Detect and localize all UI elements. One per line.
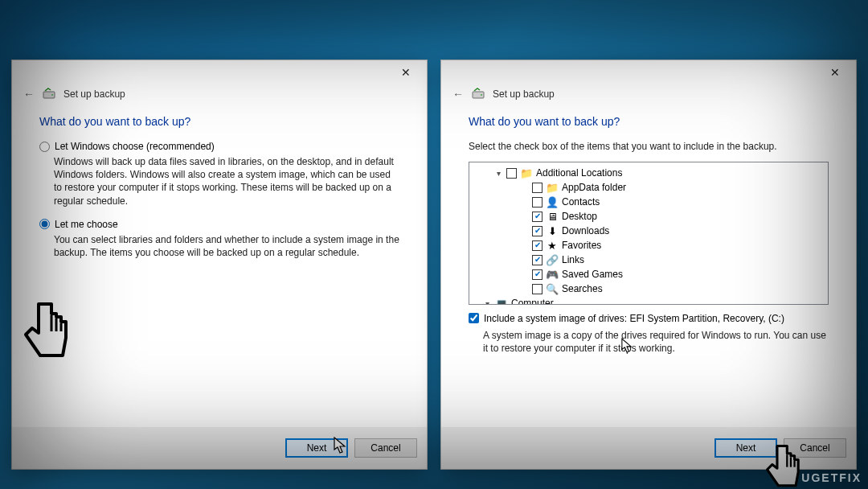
tree-node[interactable]: 📁AppData folder: [471, 180, 826, 195]
radio-let-me-choose[interactable]: [39, 219, 50, 229]
folder-icon: 🔗: [546, 253, 559, 266]
tree-node-label: Contacts: [562, 196, 600, 208]
system-image-label: Include a system image of drives: EFI Sy…: [484, 313, 784, 324]
checkbox-system-image[interactable]: [469, 313, 479, 323]
option-let-windows-choose[interactable]: Let Windows choose (recommended) Windows…: [39, 141, 399, 208]
tree-node[interactable]: ▾📁Additional Locations: [471, 166, 826, 180]
svg-point-3: [481, 94, 482, 96]
tree-checkbox[interactable]: [532, 255, 542, 265]
tree-node-label: Desktop: [562, 211, 597, 222]
backup-items-tree[interactable]: ▾📁Additional Locations📁AppData folder👤Co…: [469, 162, 829, 305]
tree-checkbox[interactable]: [506, 168, 517, 179]
instruction-text: Select the check box of the items that y…: [469, 141, 829, 152]
watermark: UGETFIX: [801, 471, 862, 484]
option-let-me-choose[interactable]: Let me choose You can select libraries a…: [39, 219, 399, 259]
tree-checkbox[interactable]: [532, 212, 542, 222]
svg-point-1: [51, 94, 53, 96]
next-button[interactable]: Next: [714, 438, 777, 458]
tree-node[interactable]: ⬇Downloads: [471, 224, 826, 238]
dialog-header: ← Set up backup: [12, 84, 427, 109]
tree-node[interactable]: 🔗Links: [471, 253, 826, 267]
tree-checkbox[interactable]: [532, 183, 542, 193]
tree-node[interactable]: ★Favorites: [471, 238, 826, 253]
close-button[interactable]: ✕: [817, 61, 853, 84]
expand-toggle-icon[interactable]: ▾: [493, 169, 503, 178]
tree-node[interactable]: 👤Contacts: [471, 195, 826, 209]
dialog-header: ← Set up backup: [441, 84, 856, 109]
folder-icon: 👤: [546, 195, 559, 208]
backup-drive-icon: [472, 88, 485, 101]
tree-node[interactable]: 🎮Saved Games: [471, 267, 826, 281]
option-desc: You can select libraries and folders and…: [54, 233, 399, 259]
cancel-button[interactable]: Cancel: [354, 438, 417, 458]
radio-let-windows-choose[interactable]: [39, 142, 50, 152]
tree-checkbox[interactable]: [532, 269, 542, 280]
tree-node-label: Computer: [511, 298, 554, 305]
cancel-button[interactable]: Cancel: [784, 438, 846, 458]
back-arrow-icon[interactable]: ←: [452, 88, 464, 101]
option-desc: Windows will back up data files saved in…: [54, 155, 399, 208]
heading: What do you want to back up?: [469, 115, 829, 128]
system-image-desc: A system image is a copy of the drives r…: [483, 329, 829, 355]
close-button[interactable]: ✕: [388, 61, 424, 84]
include-system-image[interactable]: Include a system image of drives: EFI Sy…: [469, 313, 829, 324]
folder-icon: 📁: [520, 166, 533, 179]
next-button[interactable]: Next: [285, 438, 348, 458]
titlebar: ✕: [12, 60, 427, 84]
tree-checkbox[interactable]: [532, 240, 542, 251]
tree-checkbox[interactable]: [532, 226, 542, 236]
option-label: Let me choose: [55, 219, 118, 230]
folder-icon: ⬇: [546, 224, 559, 237]
backup-dialog-select-items: ✕ ← Set up backup What do you want to ba…: [440, 60, 857, 470]
option-label: Let Windows choose (recommended): [55, 141, 215, 152]
dialog-footer: Next Cancel: [441, 427, 856, 469]
tree-checkbox[interactable]: [532, 284, 542, 294]
tree-node-label: Favorites: [562, 240, 601, 251]
dialog-content: What do you want to back up? Select the …: [441, 109, 856, 427]
heading: What do you want to back up?: [39, 115, 399, 128]
tree-node-label: Saved Games: [562, 269, 623, 280]
tree-node-label: Additional Locations: [536, 167, 622, 179]
tree-node-label: Downloads: [562, 225, 609, 236]
dialog-footer: Next Cancel: [12, 427, 427, 469]
folder-icon: ★: [546, 239, 559, 252]
tree-node[interactable]: 🖥Desktop: [471, 209, 826, 224]
folder-icon: 🎮: [546, 268, 559, 281]
titlebar: ✕: [441, 60, 856, 84]
tree-node-label: Links: [562, 254, 584, 265]
tree-node-label: AppData folder: [562, 182, 626, 193]
folder-icon: 💻: [495, 297, 508, 305]
backup-drive-icon: [43, 88, 55, 101]
dialog-title: Set up backup: [63, 88, 125, 100]
tree-checkbox[interactable]: [532, 197, 542, 208]
backup-dialog-choose-mode: ✕ ← Set up backup What do you want to ba…: [11, 60, 428, 470]
folder-icon: 🖥: [546, 210, 559, 223]
dialog-title: Set up backup: [493, 88, 555, 100]
dialog-content: What do you want to back up? Let Windows…: [12, 109, 427, 427]
expand-toggle-icon[interactable]: ▾: [482, 299, 492, 306]
folder-icon: 🔍: [546, 282, 559, 295]
back-arrow-icon[interactable]: ←: [23, 88, 35, 101]
tree-node[interactable]: ▾💻Computer: [471, 296, 826, 305]
tree-node-label: Searches: [562, 283, 603, 294]
folder-icon: 📁: [546, 181, 559, 194]
tree-node[interactable]: 🔍Searches: [471, 281, 826, 296]
